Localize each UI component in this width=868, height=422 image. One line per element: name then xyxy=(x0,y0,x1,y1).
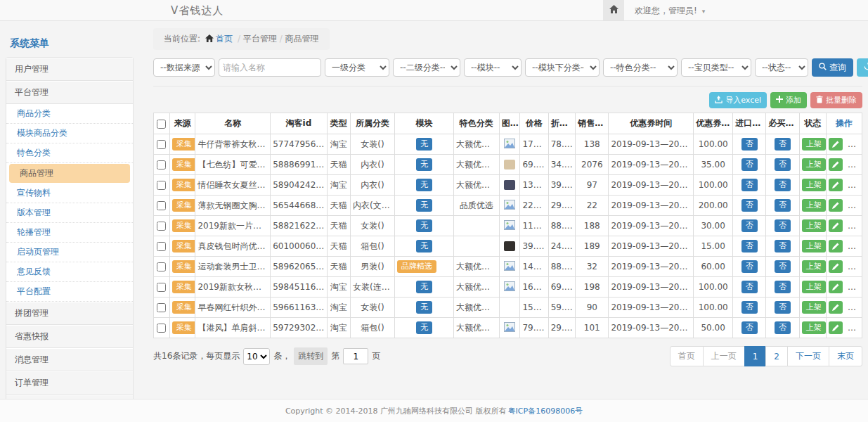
must-buy-toggle[interactable]: 否 xyxy=(775,301,791,314)
user-menu[interactable]: 欢迎您，管理员! ▾ xyxy=(635,0,705,22)
sidebar-item[interactable]: 版本管理 xyxy=(6,203,133,223)
must-buy-toggle[interactable]: 否 xyxy=(775,199,791,212)
jump-button[interactable]: 跳转到 xyxy=(294,347,328,365)
status-toggle[interactable]: 上架 xyxy=(802,260,826,273)
must-buy-toggle[interactable]: 否 xyxy=(775,179,791,191)
status-toggle[interactable]: 上架 xyxy=(802,179,826,191)
sidebar-item[interactable]: 宣传物料 xyxy=(6,184,133,203)
status-toggle[interactable]: 上架 xyxy=(802,240,826,252)
row-checkbox[interactable] xyxy=(157,181,166,190)
sidebar-item[interactable]: 省惠快报 xyxy=(6,325,133,348)
import-select-toggle[interactable]: 否 xyxy=(741,138,758,151)
module-badge[interactable]: 无 xyxy=(416,158,432,171)
name-search-input[interactable] xyxy=(219,58,321,77)
module-badge[interactable]: 无 xyxy=(416,281,432,293)
row-checkbox[interactable] xyxy=(157,324,166,333)
edit-button[interactable] xyxy=(829,179,843,191)
edit-button[interactable] xyxy=(829,301,843,314)
sidebar-item[interactable]: 消息管理 xyxy=(6,348,133,371)
module-badge[interactable]: 无 xyxy=(416,138,432,151)
delete-button[interactable] xyxy=(848,260,862,273)
filter-select[interactable]: --特色分类-- xyxy=(603,58,678,77)
row-checkbox[interactable] xyxy=(157,262,166,271)
sidebar-item[interactable]: 平台配置 xyxy=(6,282,133,302)
must-buy-toggle[interactable]: 否 xyxy=(775,321,791,334)
sidebar-item[interactable]: 特色分类 xyxy=(6,143,133,163)
row-checkbox[interactable] xyxy=(157,242,166,251)
must-buy-toggle[interactable]: 否 xyxy=(775,138,791,151)
import-select-toggle[interactable]: 否 xyxy=(741,179,758,191)
sidebar-item[interactable]: 模块商品分类 xyxy=(6,124,133,143)
status-toggle[interactable]: 上架 xyxy=(802,158,826,171)
edit-button[interactable] xyxy=(829,158,843,171)
import-select-toggle[interactable]: 否 xyxy=(741,260,758,273)
must-buy-toggle[interactable]: 否 xyxy=(775,240,791,252)
sidebar-item[interactable]: 意见反馈 xyxy=(6,262,133,282)
sidebar-item[interactable]: 订单管理 xyxy=(6,371,133,395)
row-checkbox[interactable] xyxy=(157,201,166,210)
sidebar-item[interactable]: 平台管理 xyxy=(6,81,133,104)
data-source-select[interactable]: --数据来源-- xyxy=(153,58,215,77)
edit-button[interactable] xyxy=(829,260,843,273)
must-buy-toggle[interactable]: 否 xyxy=(775,219,791,232)
sidebar-item[interactable]: 商品分类 xyxy=(6,104,133,124)
edit-button[interactable] xyxy=(829,321,843,334)
import-select-toggle[interactable]: 否 xyxy=(741,321,758,334)
row-checkbox[interactable] xyxy=(157,160,166,170)
sidebar-item[interactable]: 用户管理 xyxy=(6,58,133,81)
delete-button[interactable] xyxy=(848,281,862,293)
search-button[interactable]: 查询 xyxy=(812,58,853,77)
home-button[interactable] xyxy=(603,0,624,20)
module-badge[interactable]: 无 xyxy=(416,199,432,212)
edit-button[interactable] xyxy=(829,240,843,252)
delete-button[interactable] xyxy=(848,138,862,151)
breadcrumb-home-link[interactable]: 首页 xyxy=(205,33,233,45)
status-toggle[interactable]: 上架 xyxy=(802,281,826,293)
status-toggle[interactable]: 上架 xyxy=(802,301,826,314)
module-badge[interactable]: 无 xyxy=(416,321,432,334)
must-buy-toggle[interactable]: 否 xyxy=(775,158,791,171)
pager-button[interactable]: 下一页 xyxy=(787,346,829,366)
row-checkbox[interactable] xyxy=(157,303,166,312)
edit-button[interactable] xyxy=(829,219,843,232)
import-select-toggle[interactable]: 否 xyxy=(741,240,758,252)
icp-link[interactable]: 粤ICP备16098006号 xyxy=(508,406,583,416)
filter-select[interactable]: --模块下分类-- xyxy=(525,58,600,77)
module-badge[interactable]: 无 xyxy=(416,301,432,314)
delete-button[interactable] xyxy=(848,158,862,171)
delete-button[interactable] xyxy=(848,240,862,252)
filter-select[interactable]: --二级分类-- xyxy=(393,58,460,77)
must-buy-toggle[interactable]: 否 xyxy=(775,260,791,273)
pager-button[interactable]: 首页 xyxy=(670,346,704,366)
import-select-toggle[interactable]: 否 xyxy=(741,219,758,232)
module-badge[interactable]: 无 xyxy=(416,240,432,252)
module-badge[interactable]: 品牌精选 xyxy=(397,260,436,273)
import-select-toggle[interactable]: 否 xyxy=(741,301,758,314)
filter-select[interactable]: --状态-- xyxy=(755,58,808,77)
page-number-input[interactable] xyxy=(343,348,368,364)
edit-button[interactable] xyxy=(829,199,843,212)
must-buy-toggle[interactable]: 否 xyxy=(775,281,791,293)
sidebar-item[interactable]: 启动页管理 xyxy=(6,243,133,262)
pager-button[interactable]: 末页 xyxy=(829,346,862,366)
import-select-toggle[interactable]: 否 xyxy=(741,199,758,212)
filter-select[interactable]: 一级分类 xyxy=(325,58,389,77)
status-toggle[interactable]: 上架 xyxy=(802,138,826,151)
delete-button[interactable] xyxy=(848,219,862,232)
import-excel-button[interactable]: 导入excel xyxy=(709,92,767,108)
add-button[interactable]: 添加 xyxy=(770,92,807,108)
batch-delete-button[interactable]: 批量删除 xyxy=(810,92,862,108)
per-page-select[interactable]: 10 xyxy=(243,348,270,365)
import-select-toggle[interactable]: 否 xyxy=(741,158,758,171)
pager-button[interactable]: 上一页 xyxy=(703,346,745,366)
delete-button[interactable] xyxy=(848,321,862,334)
filter-select[interactable]: --宝贝类型-- xyxy=(681,58,751,77)
pager-button[interactable]: 1 xyxy=(744,346,767,366)
sidebar-item[interactable]: 商品管理 xyxy=(9,164,130,183)
pager-button[interactable]: 2 xyxy=(765,346,788,366)
sidebar-item[interactable]: 拼团管理 xyxy=(6,302,133,325)
delete-button[interactable] xyxy=(848,199,862,212)
filter-select[interactable]: --模块-- xyxy=(464,58,522,77)
row-checkbox[interactable] xyxy=(157,140,166,149)
module-badge[interactable]: 无 xyxy=(416,219,432,232)
